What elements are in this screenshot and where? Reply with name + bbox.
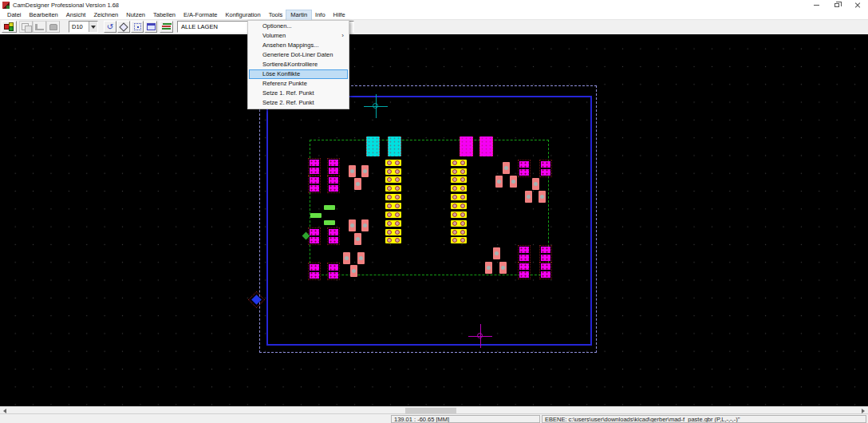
- menu-zeichnen[interactable]: Zeichnen: [89, 10, 122, 20]
- menu-nutzen[interactable]: Nutzen: [122, 10, 149, 20]
- component-pad[interactable]: [361, 165, 369, 177]
- restore-button[interactable]: [827, 0, 847, 10]
- component-pad[interactable]: [349, 219, 356, 231]
- component-pad[interactable]: [460, 136, 473, 156]
- connector-pad[interactable]: [385, 237, 401, 243]
- connector-pad[interactable]: [451, 168, 467, 175]
- menu-item-referenz-punkte[interactable]: Referenz Punkte: [249, 79, 348, 89]
- stamp-icon: [49, 24, 57, 30]
- layers-button[interactable]: [160, 21, 173, 33]
- scrollbar-thumb[interactable]: [405, 408, 456, 413]
- app-window: CamDesigner Professional Version 1.68 Da…: [0, 0, 868, 423]
- connector-pad[interactable]: [451, 203, 467, 209]
- menu-item-l-se-konflikte[interactable]: Löse Konflikte: [249, 69, 348, 79]
- connector-pad[interactable]: [385, 185, 401, 192]
- component-pad[interactable]: [349, 165, 356, 177]
- connector-pad[interactable]: [451, 237, 467, 243]
- minimize-button[interactable]: [806, 0, 827, 10]
- component-pad-pair[interactable]: [519, 263, 529, 278]
- component-pad[interactable]: [510, 176, 517, 188]
- menu-item-setze-1-ref-punkt[interactable]: Setze 1. Ref. Punkt: [249, 89, 348, 98]
- component-pad[interactable]: [354, 233, 361, 245]
- component-pad-pair[interactable]: [310, 160, 319, 174]
- aperture-tool-button[interactable]: [2, 21, 17, 33]
- component-pad[interactable]: [525, 191, 532, 203]
- component-pad-pair[interactable]: [329, 264, 338, 279]
- component-pad[interactable]: [493, 247, 500, 259]
- connector-pad[interactable]: [451, 220, 467, 227]
- component-pad[interactable]: [324, 220, 335, 225]
- window-view-button[interactable]: [144, 21, 157, 33]
- component-pad[interactable]: [485, 262, 492, 274]
- menu-item-setze-2-ref-punkt[interactable]: Setze 2. Ref. Punkt: [249, 98, 348, 108]
- zoom-fit-button[interactable]: [131, 21, 144, 33]
- component-pad[interactable]: [357, 252, 365, 264]
- connector-pad[interactable]: [451, 212, 467, 218]
- menu-info[interactable]: Info: [311, 10, 329, 20]
- crosshair-circle: [373, 103, 378, 109]
- component-pad-pair[interactable]: [519, 247, 529, 261]
- component-pad-pair[interactable]: [329, 160, 338, 174]
- component-pad[interactable]: [388, 136, 401, 156]
- connector-pad[interactable]: [385, 229, 401, 235]
- component-pad-pair[interactable]: [541, 247, 550, 261]
- connector-pad[interactable]: [385, 203, 401, 209]
- aperture-select-dropdown[interactable]: [89, 22, 97, 32]
- connector-pad[interactable]: [385, 212, 401, 218]
- horizontal-scrollbar[interactable]: [0, 406, 868, 413]
- menu-item-volumen[interactable]: Volumen›: [249, 31, 348, 41]
- component-pad[interactable]: [479, 136, 493, 156]
- menu-item-optionen-[interactable]: Optionen...: [249, 22, 348, 31]
- component-pad[interactable]: [532, 178, 539, 190]
- menu-datei[interactable]: Datei: [3, 10, 26, 20]
- connector-pad[interactable]: [385, 194, 401, 200]
- component-pad[interactable]: [350, 265, 357, 277]
- menu-ansicht[interactable]: Ansicht: [62, 10, 90, 20]
- menu-martin[interactable]: Martin: [286, 10, 311, 20]
- layers-icon: [162, 23, 172, 31]
- menu-konfiguration[interactable]: Konfiguration: [222, 10, 265, 20]
- scroll-left-button[interactable]: [1, 408, 9, 413]
- component-pad-pair[interactable]: [541, 161, 550, 176]
- component-pad-pair[interactable]: [310, 264, 319, 279]
- component-pad-pair[interactable]: [519, 161, 529, 176]
- menu-hilfe[interactable]: Hilfe: [329, 10, 349, 20]
- connector-pad[interactable]: [385, 168, 401, 175]
- component-pad-pair[interactable]: [329, 177, 338, 192]
- component-pad[interactable]: [343, 252, 350, 264]
- select-shape-button[interactable]: [117, 21, 130, 33]
- connector-pad[interactable]: [451, 194, 467, 200]
- menu-item-generiere-dot-liner-daten[interactable]: Generiere Dot-Liner Daten: [249, 50, 348, 60]
- menu-bearbeiten[interactable]: Bearbeiten: [26, 10, 62, 20]
- component-pad[interactable]: [495, 176, 503, 188]
- scroll-right-button[interactable]: [859, 408, 867, 413]
- connector-pad[interactable]: [385, 160, 401, 166]
- pcb-canvas[interactable]: [0, 34, 868, 406]
- component-pad-pair[interactable]: [541, 263, 550, 278]
- menu-tabellen[interactable]: Tabellen: [149, 10, 180, 20]
- connector-pad[interactable]: [385, 220, 401, 227]
- component-pad-pair[interactable]: [310, 229, 319, 243]
- connector-pad[interactable]: [451, 160, 467, 166]
- component-pad[interactable]: [499, 262, 507, 274]
- rotate-tool-button[interactable]: ↺: [104, 21, 116, 33]
- menu-item-ansehen-mappings-[interactable]: Ansehen Mappings...: [249, 41, 348, 50]
- component-pad[interactable]: [361, 219, 369, 231]
- component-pad-pair[interactable]: [310, 177, 319, 192]
- component-pad[interactable]: [310, 213, 322, 218]
- component-pad-pair[interactable]: [329, 229, 338, 243]
- connector-pad[interactable]: [385, 176, 401, 183]
- connector-pad[interactable]: [451, 229, 467, 235]
- component-pad[interactable]: [503, 162, 510, 174]
- component-pad[interactable]: [539, 191, 546, 203]
- menu-item-sortiere-kontrolliere[interactable]: Sortiere&Kontrolliere: [249, 60, 348, 69]
- component-pad[interactable]: [366, 136, 380, 156]
- component-pad[interactable]: [324, 205, 335, 210]
- menu-e-a-formate[interactable]: E/A-Formate: [180, 10, 222, 20]
- component-pad[interactable]: [354, 178, 361, 190]
- connector-pad[interactable]: [451, 185, 467, 192]
- connector-pad[interactable]: [451, 176, 467, 183]
- menu-tools[interactable]: Tools: [265, 10, 287, 20]
- aperture-select[interactable]: D10: [69, 21, 98, 33]
- close-button[interactable]: [847, 0, 868, 10]
